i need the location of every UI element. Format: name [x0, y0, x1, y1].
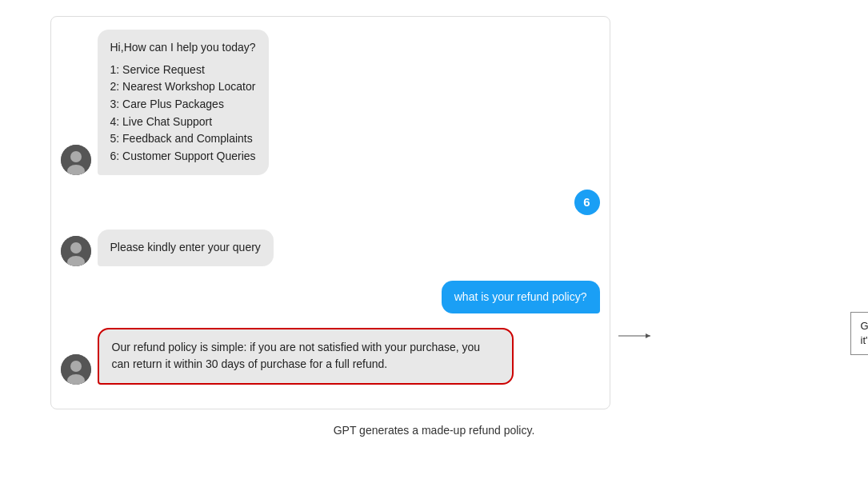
- bot-greeting-bubble: Hi, How can I help you today? 1: Service…: [98, 30, 269, 175]
- user-choice-text: 6: [583, 195, 590, 209]
- user-query-text: what is your refund policy?: [454, 290, 587, 303]
- bot-response-bubble: Our refund policy is simple: if you are …: [98, 328, 514, 385]
- svg-point-4: [70, 242, 82, 253]
- menu-item-4: 4: Live Chat Support: [110, 114, 256, 131]
- svg-point-1: [70, 151, 82, 162]
- avatar-2: [61, 236, 91, 266]
- main-container: Hi, How can I help you today? 1: Service…: [0, 0, 868, 445]
- bot-prompt-text: Please kindly enter your query: [110, 241, 261, 253]
- caption: GPT generates a made-up refund policy.: [334, 424, 535, 437]
- menu-item-3: 3: Care Plus Packages: [110, 96, 256, 114]
- user-choice-bubble: 6: [574, 190, 600, 215]
- menu-item-1: 1: Service Request: [110, 62, 256, 79]
- bot-response-text: Our refund policy is simple: if you are …: [112, 341, 481, 371]
- chat-scroll[interactable]: Hi, How can I help you today? 1: Service…: [51, 17, 610, 409]
- menu-list: 1: Service Request 2: Nearest Workshop L…: [110, 62, 256, 166]
- user-query-bubble: what is your refund policy?: [442, 281, 600, 313]
- annotation-text: Generated by ChatGPT on it's own: [861, 320, 869, 346]
- greeting-hi: Hi,: [110, 39, 124, 57]
- bot-prompt-bubble: Please kindly enter your query: [98, 230, 274, 266]
- svg-point-7: [70, 361, 82, 372]
- menu-item-2: 2: Nearest Workshop Locator: [110, 78, 256, 96]
- bot-response-row: Our refund policy is simple: if you are …: [61, 328, 600, 385]
- menu-item-5: 5: Feedback and Complaints: [110, 130, 256, 148]
- avatar-3: [61, 354, 91, 385]
- greeting-how: How can I help you today?: [124, 39, 256, 57]
- bot-prompt-row: Please kindly enter your query: [61, 230, 600, 266]
- user-choice-row: 6: [61, 190, 600, 215]
- chat-area-wrapper: Hi, How can I help you today? 1: Service…: [50, 16, 818, 409]
- annotation-box: Generated by ChatGPT on it's own: [850, 312, 869, 355]
- avatar: [61, 145, 91, 175]
- user-query-row: what is your refund policy?: [61, 281, 600, 313]
- caption-text: GPT generates a made-up refund policy.: [334, 424, 535, 437]
- annotation-connector: [618, 312, 826, 360]
- chat-window: Hi, How can I help you today? 1: Service…: [50, 16, 610, 409]
- menu-item-6: 6: Customer Support Queries: [110, 148, 256, 166]
- bot-greeting-row: Hi, How can I help you today? 1: Service…: [61, 30, 600, 175]
